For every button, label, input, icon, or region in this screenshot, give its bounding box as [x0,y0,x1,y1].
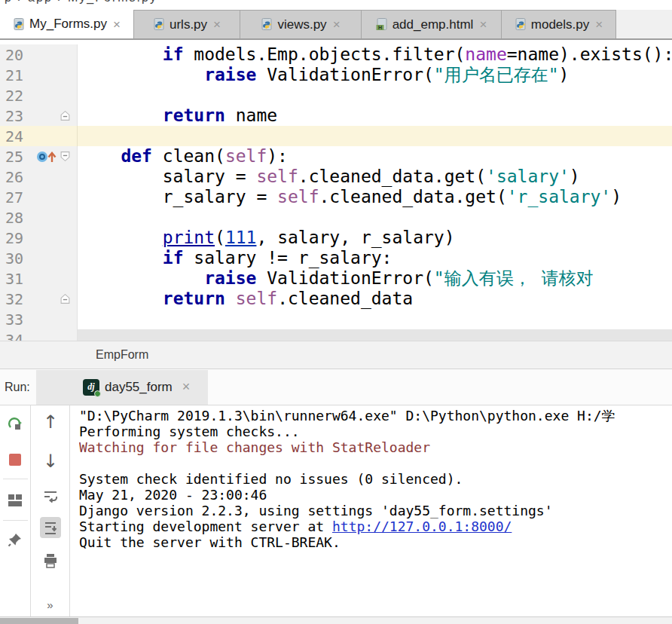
gutter-icon-slot [34,85,60,106]
code-line-29[interactable]: 29 print(111, salary, r_salary) [0,228,672,248]
print-icon[interactable] [40,550,61,571]
run-tab-label: day55_form [105,380,173,395]
code-text: def clean(self): [78,146,672,167]
line-number[interactable]: 21 [0,66,34,84]
gutter-icon-slot [34,207,60,228]
code-text [78,309,672,329]
line-number[interactable]: 31 [0,270,34,288]
editor-tab-bar: My_Forms.py×urls.py×views.py×Hadd_emp.ht… [0,10,672,40]
line-number[interactable]: 22 [0,87,34,105]
breadcrumb-strip[interactable]: p › app › My_Forms.py [0,0,672,10]
code-text: return self.cleaned_data [78,289,672,309]
gutter-icon-slot [34,126,60,146]
tab-urls-py[interactable]: urls.py× [134,10,240,38]
code-editor[interactable]: 20 if models.Emp.objects.filter(name=nam… [0,40,672,341]
fold-slot [60,44,75,65]
tab-views-py[interactable]: views.py× [240,10,362,38]
close-icon[interactable]: × [479,18,487,31]
line-number[interactable]: 27 [0,188,34,206]
code-line-21[interactable]: 21 raise ValidationError("用户名已存在") [0,65,672,85]
gutter-icon-slot [34,187,60,207]
code-line-33[interactable]: 33 [0,309,672,329]
line-number[interactable]: 30 [0,249,34,268]
line-number[interactable]: 23 [0,107,34,125]
fold-marker-icon[interactable] [60,106,75,126]
close-icon[interactable]: × [113,18,121,31]
code-line-23[interactable]: 23 return name [0,106,672,126]
code-text: if salary != r_salary: [78,248,672,268]
gutter-icon-slot [34,289,60,309]
tab-models-py[interactable]: models.py× [502,10,616,38]
gutter-icon-slot [34,228,60,248]
close-icon[interactable]: × [182,379,191,395]
code-line-31[interactable]: 31 raise ValidationError("输入有误， 请核对 [0,268,672,289]
code-text: if models.Emp.objects.filter(name=name).… [78,44,672,65]
more-icon[interactable]: » [40,594,61,615]
up-arrow-icon[interactable]: ↑ [40,411,61,433]
code-line-24[interactable]: 24 [0,126,672,146]
code-line-26[interactable]: 26 salary = self.cleaned_data.get('salar… [0,167,672,187]
restore-layout-icon[interactable] [5,490,26,511]
pycharm-window: p › app › My_Forms.py My_Forms.py×urls.p… [0,0,672,624]
override-method-icon [35,149,58,164]
scroll-to-end-icon[interactable] [40,517,61,538]
html-file-icon: H [376,18,389,31]
run-label: Run: [5,381,36,394]
line-number[interactable]: 26 [0,168,34,186]
pin-icon[interactable] [5,529,26,550]
console-line: Performing system checks... [79,424,672,439]
close-icon[interactable]: × [213,18,221,31]
code-text: return name [78,106,672,126]
console-line: Starting development server at http://12… [79,518,672,534]
server-url-link[interactable]: http://127.0.0.1:8000/ [332,518,512,534]
code-line-30[interactable]: 30 if salary != r_salary: [0,248,672,268]
line-number[interactable]: 28 [0,209,34,227]
stop-icon[interactable] [5,449,26,470]
gutter: 23 [0,106,78,126]
line-number[interactable]: 32 [0,290,34,308]
tab-My_Forms-py[interactable]: My_Forms.py× [0,10,134,38]
gutter: 33 [0,309,78,329]
console-line [79,455,672,471]
code-line-22[interactable]: 22 [0,85,672,106]
gutter-icon-slot [34,44,60,65]
code-line-28[interactable]: 28 [0,207,672,228]
code-line-34[interactable]: 34 [0,329,672,341]
tab-add_emp-html[interactable]: Hadd_emp.html× [362,10,502,38]
code-line-20[interactable]: 20 if models.Emp.objects.filter(name=nam… [0,44,672,65]
line-number[interactable]: 25 [0,148,34,166]
code-line-27[interactable]: 27 r_salary = self.cleaned_data.get('r_s… [0,187,672,207]
rerun-icon[interactable] [5,413,26,434]
fold-marker-icon[interactable] [60,289,75,309]
gutter: 21 [0,65,78,85]
gutter-icon-slot [34,309,60,329]
console-line: "D:\PyCharm 2019.1.3\bin\runnerw64.exe" … [79,408,672,424]
line-number[interactable]: 34 [0,331,34,341]
override-method-icon[interactable] [34,146,60,167]
gutter-icon-slot [34,167,60,187]
line-number[interactable]: 29 [0,229,34,247]
console-line: Watching for file changes with StatReloa… [79,439,672,455]
line-number[interactable]: 33 [0,310,34,329]
fold-slot [60,228,75,248]
code-line-32[interactable]: 32 return self.cleaned_data [0,289,672,309]
line-number[interactable]: 24 [0,127,34,145]
empform-label[interactable]: EmpForm [96,348,148,362]
close-icon[interactable]: × [595,18,603,31]
gutter: 32 [0,289,78,309]
fold-marker-icon[interactable] [60,146,75,167]
running-status-dot [94,390,101,397]
down-arrow-icon[interactable]: ↓ [40,451,61,472]
console-line: May 21, 2020 - 23:00:46 [79,487,672,503]
line-number[interactable]: 20 [0,46,34,64]
gutter: 24 [0,126,78,146]
console-output[interactable]: "D:\PyCharm 2019.1.3\bin\runnerw64.exe" … [79,408,672,550]
gutter: 20 [0,44,78,65]
code-line-25[interactable]: 25 def clean(self): [0,146,672,167]
close-icon[interactable]: × [333,18,341,31]
scrollbar-thumb[interactable] [0,618,78,624]
gutter: 34 [0,329,78,341]
run-config-tab-day55_form[interactable]: dj day55_form × [36,370,208,405]
breadcrumb-partial-text: p › app › My_Forms.py [5,0,157,5]
soft-wrap-icon[interactable] [40,485,61,506]
